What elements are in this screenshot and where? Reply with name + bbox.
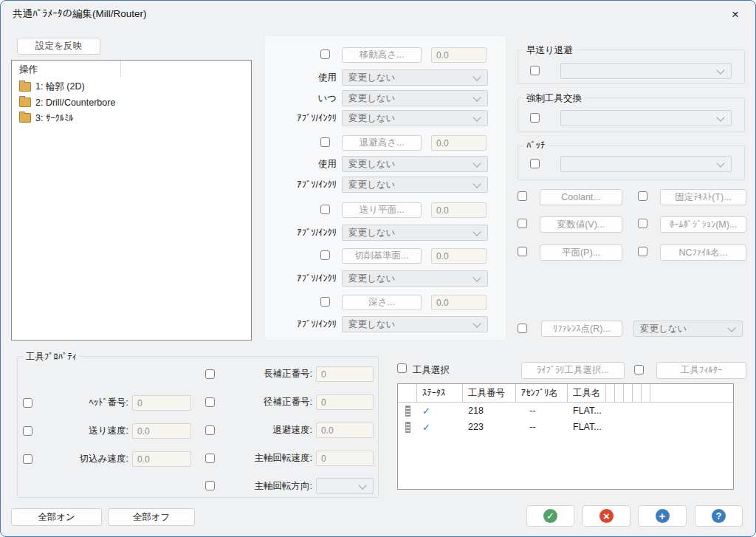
clearance-value-field[interactable]: 0.0 bbox=[431, 47, 487, 63]
retract-checkbox[interactable] bbox=[320, 137, 330, 147]
retract-button[interactable]: 退避高さ... bbox=[342, 135, 422, 151]
top-of-stock-button[interactable]: 切削基準面... bbox=[342, 248, 422, 264]
folder-icon bbox=[19, 98, 31, 107]
clearance-absinc-select[interactable]: 変更しない bbox=[342, 110, 488, 126]
chevron-down-icon bbox=[472, 179, 481, 188]
empty-column-header bbox=[624, 384, 633, 402]
retract-rate-checkbox[interactable] bbox=[205, 425, 215, 435]
retract-absinc-select[interactable]: 変更しない bbox=[342, 177, 488, 193]
retract-use-select[interactable]: 変更しない bbox=[342, 156, 488, 172]
depth-value-field[interactable]: 0.0 bbox=[431, 295, 487, 310]
depth-checkbox[interactable] bbox=[320, 297, 330, 307]
feed-plane-button[interactable]: 送り平面... bbox=[342, 202, 422, 218]
select-value: 変更しない bbox=[348, 158, 395, 171]
tool-filter-checkbox[interactable] bbox=[634, 365, 644, 374]
reference-point-button[interactable]: ﾘﾌｧﾚﾝｽ点(R)... bbox=[541, 321, 622, 337]
retract-value-field[interactable]: 0.0 bbox=[431, 135, 487, 151]
variable-values-button[interactable]: 変数値(V)... bbox=[540, 216, 622, 233]
tool-icon-column-header bbox=[398, 384, 417, 402]
home-position-checkbox[interactable] bbox=[638, 219, 647, 228]
tree-item-contour[interactable]: 1: 輪郭 (2D) bbox=[19, 79, 85, 95]
table-row[interactable]: ✓ 223 -- FLAT... bbox=[398, 419, 733, 435]
reference-point-checkbox[interactable] bbox=[518, 324, 527, 333]
chevron-down-icon bbox=[472, 93, 481, 101]
forced-tool-change-select[interactable] bbox=[560, 110, 732, 126]
diameter-offset-checkbox[interactable] bbox=[205, 397, 215, 407]
depth-absinc-select[interactable]: 変更しない bbox=[342, 316, 488, 332]
reference-point-select[interactable]: 変更しない bbox=[633, 321, 743, 337]
fixed-text-checkbox[interactable] bbox=[638, 191, 647, 201]
diameter-offset-field[interactable]: 0 bbox=[316, 394, 374, 410]
rapid-retract-select[interactable] bbox=[560, 63, 732, 79]
variable-values-checkbox[interactable] bbox=[518, 219, 527, 228]
top-of-stock-absinc-select[interactable]: 変更しない bbox=[342, 270, 488, 287]
spindle-direction-select[interactable] bbox=[316, 478, 374, 494]
planes-checkbox[interactable] bbox=[518, 247, 527, 256]
folder-icon bbox=[19, 113, 31, 123]
ok-button[interactable]: ✓ bbox=[526, 505, 574, 527]
planes-button[interactable]: 平面(P)... bbox=[540, 244, 622, 261]
fixed-text-button[interactable]: 固定ﾃｷｽﾄ(T)... bbox=[660, 189, 746, 205]
plunge-rate-checkbox[interactable] bbox=[23, 454, 32, 464]
depth-button[interactable]: 深さ... bbox=[342, 295, 422, 310]
retract-rate-field[interactable]: 0.0 bbox=[316, 423, 374, 438]
batch-select[interactable] bbox=[560, 156, 732, 172]
empty-column-header bbox=[615, 384, 624, 402]
length-offset-checkbox[interactable] bbox=[205, 369, 215, 379]
tool-selection-checkbox[interactable] bbox=[397, 363, 407, 373]
operations-tree[interactable]: 操作 1: 輪郭 (2D) 2: Drill/Counterbore 3: ｻｰ… bbox=[11, 60, 252, 341]
tool-number-cell: 223 bbox=[463, 419, 516, 435]
home-position-button[interactable]: ﾎｰﾑﾎﾟｼﾞｼｮﾝ(M)... bbox=[660, 216, 746, 233]
empty-column-header bbox=[606, 384, 615, 402]
head-number-checkbox[interactable] bbox=[23, 398, 32, 408]
coolant-checkbox[interactable] bbox=[518, 191, 527, 201]
top-of-stock-checkbox[interactable] bbox=[320, 250, 330, 260]
feed-plane-checkbox[interactable] bbox=[320, 205, 330, 214]
library-tool-select-button[interactable]: ﾗｲﾌﾞﾗﾘ工具選択... bbox=[521, 362, 625, 379]
tool-table[interactable]: ｽﾃｰﾀｽ 工具番号 ｱｾﾝﾌﾞﾘ名 工具名 ✓ 218 -- FLAT... … bbox=[397, 383, 734, 490]
clearance-when-select[interactable]: 変更しない bbox=[342, 90, 488, 106]
number-column-header: 工具番号 bbox=[463, 384, 516, 402]
clearance-use-label: 使用 bbox=[264, 69, 337, 86]
feed-plane-value-field[interactable]: 0.0 bbox=[431, 202, 487, 218]
all-off-button[interactable]: 全部オフ bbox=[108, 508, 195, 526]
tool-filter-button[interactable]: 工具ﾌｨﾙﾀｰ bbox=[656, 362, 746, 379]
tree-item-circle-mill[interactable]: 3: ｻｰｸﾙﾐﾙ bbox=[19, 110, 73, 126]
batch-checkbox[interactable] bbox=[530, 159, 540, 168]
top-of-stock-value-field[interactable]: 0.0 bbox=[431, 248, 487, 264]
depth-absinc-label: ｱﾌﾞｿ/ｲﾝｸﾘ bbox=[264, 316, 337, 332]
help-button[interactable]: ? bbox=[695, 505, 743, 527]
select-value: 変更しない bbox=[348, 273, 395, 285]
plus-icon: + bbox=[656, 509, 670, 523]
all-on-button[interactable]: 全部オン bbox=[11, 508, 102, 526]
spindle-speed-field[interactable]: 0 bbox=[316, 451, 374, 466]
add-parameters-button[interactable]: + bbox=[638, 505, 687, 527]
coolant-button[interactable]: Coolant... bbox=[540, 189, 622, 205]
chevron-down-icon bbox=[472, 159, 481, 167]
tool-table-header: ｽﾃｰﾀｽ 工具番号 ｱｾﾝﾌﾞﾘ名 工具名 bbox=[398, 384, 733, 403]
feed-plane-absinc-select[interactable]: 変更しない bbox=[342, 225, 488, 241]
length-offset-field[interactable]: 0 bbox=[316, 366, 374, 382]
nc-file-button[interactable]: NCﾌｧｲﾙ名... bbox=[660, 244, 746, 261]
close-button[interactable]: × bbox=[724, 4, 746, 25]
tool-properties-label: 工具ﾌﾟﾛﾊﾟﾃｨ bbox=[23, 351, 80, 363]
spindle-speed-checkbox[interactable] bbox=[205, 454, 215, 463]
clearance-button[interactable]: 移動高さ... bbox=[342, 47, 422, 63]
table-row[interactable]: ✓ 218 -- FLAT... bbox=[398, 403, 733, 419]
head-number-label: ﾍｯﾄﾞ番号: bbox=[45, 395, 128, 411]
nc-file-checkbox[interactable] bbox=[638, 247, 647, 256]
tree-item-drill[interactable]: 2: Drill/Counterbore bbox=[19, 95, 115, 110]
rapid-retract-checkbox[interactable] bbox=[530, 66, 540, 75]
apply-settings-button[interactable]: 設定を反映 bbox=[17, 38, 100, 55]
clearance-checkbox[interactable] bbox=[320, 49, 330, 59]
diameter-offset-label: 径補正番号: bbox=[222, 394, 312, 410]
forced-tool-change-checkbox[interactable] bbox=[530, 113, 540, 123]
spindle-direction-checkbox[interactable] bbox=[205, 481, 215, 490]
cancel-button[interactable]: × bbox=[583, 505, 630, 527]
feed-rate-checkbox[interactable] bbox=[23, 426, 32, 436]
clearance-use-select[interactable]: 変更しない bbox=[342, 69, 488, 86]
endmill-icon bbox=[405, 406, 410, 417]
head-number-field[interactable]: 0 bbox=[132, 395, 191, 411]
feed-rate-field[interactable]: 0.0 bbox=[132, 423, 191, 439]
plunge-rate-field[interactable]: 0.0 bbox=[132, 451, 191, 467]
